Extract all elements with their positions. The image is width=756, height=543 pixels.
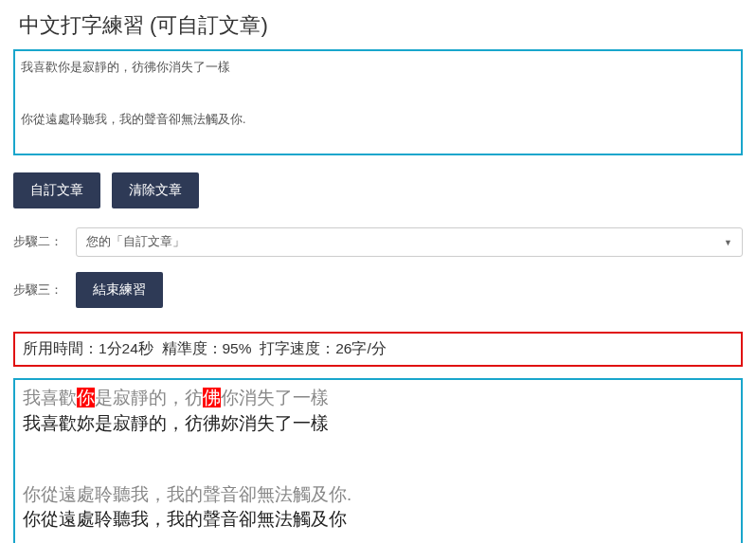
source-text-wrap (13, 49, 743, 155)
time-label: 所用時間： (23, 340, 99, 356)
end-practice-button[interactable]: 結束練習 (76, 272, 163, 308)
button-row: 自訂文章 清除文章 (13, 172, 743, 208)
step3-row: 步驟三： 結束練習 (13, 272, 743, 308)
chevron-down-icon: ▼ (724, 238, 732, 247)
step2-row: 步驟二： 您的「自訂文章」 ▼ (13, 227, 743, 257)
target-line-1: 我喜歡你是寂靜的，彷佛你消失了一樣 (23, 386, 733, 411)
seg: 你消失了一樣 (221, 388, 329, 407)
step3-label: 步驟三： (13, 282, 63, 299)
clear-article-button[interactable]: 清除文章 (112, 172, 199, 208)
input-line-1: 我喜歡妳是寂靜的，彷彿妳消失了一樣 (23, 411, 733, 437)
result-box: 所用時間：1分24秒 精準度：95% 打字速度：26字/分 (13, 332, 743, 367)
speed-value: 26字/分 (335, 340, 387, 356)
seg: 我喜歡 (23, 388, 77, 407)
speed-label: 打字速度： (260, 340, 335, 356)
accuracy-label: 精準度： (162, 340, 223, 356)
time-value: 1分24秒 (99, 340, 153, 356)
accuracy-value: 95% (223, 340, 252, 356)
article-select[interactable]: 您的「自訂文章」 ▼ (76, 227, 743, 257)
article-select-value: 您的「自訂文章」 (86, 234, 185, 250)
step2-label: 步驟二： (13, 234, 63, 250)
source-textarea[interactable] (15, 51, 741, 154)
custom-article-button[interactable]: 自訂文章 (13, 172, 100, 208)
page-title: 中文打字練習 (可自訂文章) (13, 0, 743, 49)
error-char: 你 (77, 388, 95, 407)
target-line-2: 你從遠處聆聽我，我的聲音卻無法觸及你. (23, 482, 733, 508)
error-char: 佛 (203, 388, 221, 407)
input-line-2: 你從遠處聆聽我，我的聲音卻無法觸及你 (23, 507, 733, 533)
practice-area[interactable]: 我喜歡你是寂靜的，彷佛你消失了一樣 我喜歡妳是寂靜的，彷彿妳消失了一樣 你從遠處… (13, 378, 743, 543)
seg: 是寂靜的，彷 (95, 388, 203, 407)
